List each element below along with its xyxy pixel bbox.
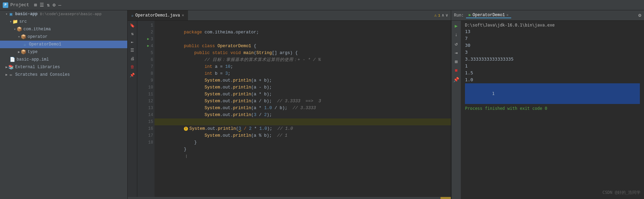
sidebar-item-scratches[interactable]: ▶ ✏ Scratches and Consoles	[0, 71, 127, 78]
output-process-line: Process finished with exit code 0	[465, 106, 640, 111]
title-bar-title: Project	[10, 2, 29, 8]
code-line-2	[155, 29, 451, 36]
sidebar-label-basic-app: basic-app D:\code\javasepro\basic-app	[15, 12, 101, 17]
down-icon[interactable]: ∨	[446, 13, 448, 18]
output-watermark: CSDN @好的_浩同学	[602, 190, 641, 196]
line-num-1: 1	[137, 22, 155, 29]
run-step-icon[interactable]: ⇥	[453, 49, 460, 56]
arrow-icon: ▶	[6, 65, 8, 69]
code-line-4: public static void main(String[] args) {	[155, 43, 451, 50]
line-num-10: 10	[137, 84, 155, 91]
run-btn-3[interactable]: ▶	[147, 36, 149, 43]
sidebar-item-operatordemo1[interactable]: ☕ OperatorDemo1	[0, 41, 127, 48]
line-num-11: 11	[137, 91, 155, 98]
arrow-icon: ▶	[6, 73, 8, 77]
line-num-17: 17	[137, 132, 155, 139]
run-tab-bar: Run: ▶ OperatorDemo1 ✕ ⚙	[451, 10, 644, 21]
run-down-icon[interactable]: ↓	[453, 31, 460, 39]
indent-icon[interactable]: ⇤	[129, 39, 136, 45]
project-folder-icon: ▣	[8, 11, 14, 17]
list-icon[interactable]: ☰	[129, 47, 136, 54]
java-file-icon: ☕	[22, 42, 28, 47]
run-btn-4[interactable]: ▶	[147, 43, 149, 50]
bookmark-icon[interactable]: 🔖	[129, 22, 136, 29]
output-line-8: 1.0	[465, 76, 640, 83]
line-num-2: 2	[137, 29, 155, 36]
editor-tab-label: OperatorDemo1.java	[135, 13, 180, 18]
printer-icon[interactable]: 🖨	[129, 55, 136, 62]
editor-scrollbar	[128, 197, 451, 199]
run-tab-operatordemo1[interactable]: ▶ OperatorDemo1 ✕	[466, 12, 511, 18]
main-layout: ▾ ▣ basic-app D:\code\javasepro\basic-ap…	[0, 10, 644, 199]
output-cursor-char: 1	[492, 91, 495, 96]
editor-tab-operatordemo1[interactable]: ☕ OperatorDemo1.java ✕	[128, 10, 188, 20]
up-icon[interactable]: ∧	[442, 13, 444, 18]
run-vertical-toolbar: ▶ ↓ ↺ ⇥ ⊞ ■ 📌	[451, 21, 461, 199]
run-stop-icon[interactable]: ■	[453, 67, 460, 74]
line-num-13: 13	[137, 105, 155, 112]
settings-icon[interactable]: ⚙	[52, 2, 55, 8]
output-line-6: 1	[465, 63, 640, 70]
run-play-icon[interactable]: ▶	[453, 22, 460, 30]
scroll-indicator	[440, 197, 451, 199]
sidebar-label-type: type	[28, 50, 38, 54]
src-folder-icon: 📁	[12, 19, 18, 24]
grid-icon[interactable]: ⊞	[34, 2, 37, 8]
run-pin-icon[interactable]: 📌	[453, 76, 460, 83]
sidebar-item-src[interactable]: ▾ 📁 src	[0, 18, 127, 25]
run-rerun-icon[interactable]: ↺	[453, 40, 460, 48]
output-line-3: 30	[465, 42, 640, 49]
arrow-icon: ▶	[18, 50, 20, 54]
sidebar-item-operator[interactable]: ▾ 📦 operator	[0, 33, 127, 41]
line-num-8: 8	[137, 70, 155, 77]
pin-icon[interactable]: 📌	[129, 72, 136, 78]
code-line-13: System.out.println(3 / 2);	[155, 105, 451, 112]
package-icon: 📦	[21, 34, 26, 40]
code-line-1: package com.itheima.operator;	[155, 22, 451, 29]
line-numbers: 1 2 ▶3 ▶4 5 6 7 8 9 10 11 12 13 14 15 16	[137, 21, 155, 197]
warning-bar: ⚠ 1 ∧ ∨	[434, 13, 451, 18]
output-line-4: 3	[465, 49, 640, 56]
sidebar-label-operatordemo1: OperatorDemo1	[29, 42, 61, 47]
run-panel: Run: ▶ OperatorDemo1 ✕ ⚙ ▶ ↓ ↺ ⇥ ⊞ ■	[451, 10, 644, 199]
arrow-icon: ▾	[10, 20, 12, 24]
library-icon: 📚	[8, 64, 14, 70]
code-line-14: System.out.println(3 * 1.0 / 2); // 1.5	[155, 112, 451, 118]
output-line-2: 7	[465, 35, 640, 42]
sort-icon[interactable]: ⇅	[47, 2, 50, 8]
sidebar-item-iml[interactable]: 📄 basic-app.iml	[0, 56, 127, 63]
sidebar-item-external-libraries[interactable]: ▶ 📚 External Libraries	[0, 63, 127, 71]
output-path: D:\soft\Java\jdk-16.0.1\bin\java.exe	[465, 23, 640, 28]
output-line-5: 3.3333333333333335	[465, 56, 640, 63]
sidebar-item-basic-app[interactable]: ▾ ▣ basic-app D:\code\javasepro\basic-ap…	[0, 10, 127, 18]
run-tab-icon: ▶	[469, 12, 471, 18]
align-icon[interactable]: ☰	[40, 2, 44, 8]
code-area[interactable]: package com.itheima.operator; public cla…	[155, 21, 451, 197]
delete-icon[interactable]: 🗑	[129, 63, 136, 70]
sidebar-item-type[interactable]: ▶ 📦 type	[0, 48, 127, 56]
line-num-7: 7	[137, 63, 155, 70]
sidebar-item-com-itheima[interactable]: ▾ 📦 com.itheima	[0, 25, 127, 33]
diff-icon[interactable]: ⇅	[129, 30, 136, 37]
arrow-icon: ▾	[6, 12, 8, 16]
editor-content: 🔖 ⇅ ⇤ ☰ 🖨 🗑 📌 1 2 ▶3 ▶4 5 6 7	[128, 21, 451, 197]
package-icon: 📦	[17, 27, 22, 32]
run-format-icon[interactable]: ⊞	[453, 58, 460, 65]
code-line-17: }	[155, 132, 451, 139]
sidebar: ▾ ▣ basic-app D:\code\javasepro\basic-ap…	[0, 10, 128, 199]
run-toolbar-icons: ⚙	[638, 12, 641, 18]
run-label: Run:	[454, 13, 464, 18]
run-tab-left: Run: ▶ OperatorDemo1 ✕	[454, 12, 511, 18]
minimize-icon[interactable]: —	[58, 2, 61, 8]
run-panel-main: ▶ ↓ ↺ ⇥ ⊞ ■ 📌 D:\soft\Java\jdk-16.0.1\bi…	[451, 21, 644, 199]
tab-close-icon[interactable]: ✕	[182, 13, 184, 18]
scratch-icon: ✏	[8, 72, 14, 77]
sidebar-label-iml: basic-app.iml	[17, 57, 49, 62]
sidebar-label-src: src	[19, 19, 27, 24]
warning-count: 1	[438, 13, 440, 18]
code-line-12: System.out.println(a * 1.0 / b); // 3.33…	[155, 98, 451, 105]
code-line-9: System.out.println(a - b);	[155, 77, 451, 84]
run-tab-close-icon[interactable]: ✕	[506, 13, 509, 17]
run-output: D:\soft\Java\jdk-16.0.1\bin\java.exe 13 …	[461, 21, 644, 199]
settings-icon[interactable]: ⚙	[638, 12, 641, 18]
